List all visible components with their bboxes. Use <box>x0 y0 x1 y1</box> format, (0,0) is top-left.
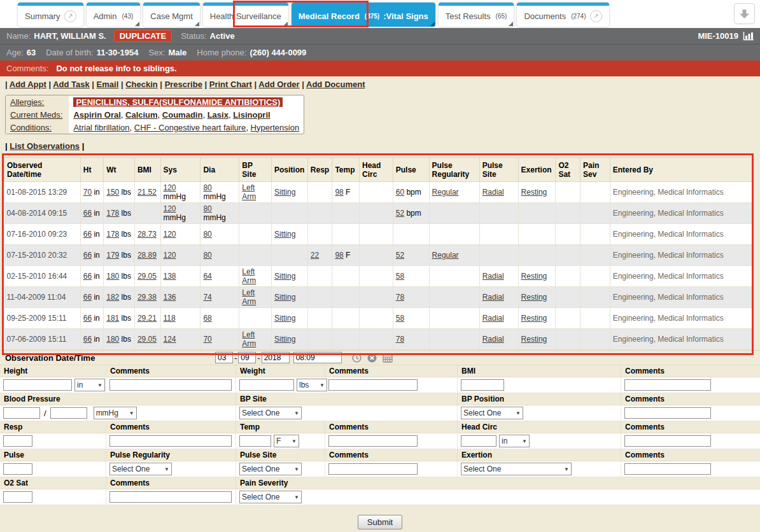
vital-value-link[interactable]: 124 <box>164 335 176 344</box>
vital-value-link[interactable]: Radial <box>482 314 504 323</box>
vital-value-link[interactable]: 138 <box>164 272 176 281</box>
vital-value-link[interactable]: 70 <box>83 188 92 197</box>
pulse-comments-input[interactable] <box>328 463 418 475</box>
pulse-regularity-select[interactable]: Select One <box>110 463 171 475</box>
vital-value-link[interactable]: 22 <box>311 251 319 260</box>
current-meds-label-link[interactable]: Current Meds: <box>10 110 62 120</box>
vital-value-link[interactable]: 66 <box>83 314 92 323</box>
current-med-link[interactable]: Coumadin <box>162 110 203 120</box>
vital-value-link[interactable]: Resting <box>521 272 547 281</box>
tab-medical-record[interactable]: Medical Record (375) :Vital Signs <box>292 3 435 27</box>
vital-value-link[interactable]: 80 <box>203 251 211 260</box>
vital-value-link[interactable]: 64 <box>203 272 211 281</box>
vital-value-link[interactable]: 52 <box>396 209 404 218</box>
vital-value-link[interactable]: 66 <box>83 293 92 302</box>
pulse-site-select[interactable]: Select One <box>240 463 301 475</box>
vital-value-link[interactable]: 180 <box>106 335 119 344</box>
action-link-prescribe[interactable]: Prescribe <box>165 80 202 89</box>
head-circ-comments-input[interactable] <box>624 435 711 447</box>
vital-value-link[interactable]: Left Arm <box>242 267 256 285</box>
allergy-link[interactable]: PENICILLINS, SULFA(SULFONAMIDE ANTIBIOTI… <box>73 97 283 107</box>
bmi-comments-input[interactable] <box>624 379 711 391</box>
temp-unit-select[interactable]: F <box>274 435 299 447</box>
bp-site-select[interactable]: Select One <box>240 407 301 419</box>
pulse-input[interactable] <box>3 463 32 475</box>
conditions-label-link[interactable]: Conditions: <box>10 123 52 132</box>
action-link-add-task[interactable]: Add Task <box>53 80 90 89</box>
vital-value-link[interactable]: 66 <box>83 272 92 281</box>
exertion-select[interactable]: Select One <box>461 463 571 475</box>
vital-value-link[interactable]: Sitting <box>274 188 295 197</box>
resp-comments-input[interactable] <box>109 435 232 447</box>
tab-documents[interactable]: Documents (274) ↗ <box>517 3 609 27</box>
chart-icon[interactable] <box>743 32 754 41</box>
vital-value-link[interactable]: 80 <box>203 230 211 239</box>
vital-value-link[interactable]: 74 <box>203 293 211 302</box>
vital-value-link[interactable]: Left Arm <box>242 330 256 348</box>
o2-sat-comments-input[interactable] <box>109 491 232 503</box>
action-link-print-chart[interactable]: Print Chart <box>209 80 252 89</box>
vital-value-link[interactable]: 66 <box>83 209 92 218</box>
open-new-window-icon[interactable]: ↗ <box>64 10 76 22</box>
submit-button[interactable]: Submit <box>358 515 402 529</box>
bp-comments-input[interactable] <box>624 407 711 419</box>
vital-value-link[interactable]: 66 <box>83 230 92 239</box>
clock-icon[interactable] <box>352 353 362 363</box>
vital-value-link[interactable]: 118 <box>164 314 176 323</box>
vital-value-link[interactable]: 28.73 <box>137 230 157 239</box>
date-day-input[interactable] <box>238 352 256 363</box>
vital-value-link[interactable]: Regular <box>432 251 459 260</box>
download-button[interactable] <box>734 3 755 24</box>
date-year-input[interactable] <box>262 352 290 363</box>
condition-link[interactable]: CHF - Congestive heart failure <box>134 123 246 132</box>
current-med-link[interactable]: Lisinopril <box>233 110 271 120</box>
date-month-input[interactable] <box>215 352 233 363</box>
vital-value-link[interactable]: 66 <box>83 251 92 260</box>
vital-value-link[interactable]: 58 <box>396 272 404 281</box>
vital-value-link[interactable]: 80 <box>203 183 211 192</box>
head-circ-unit-select[interactable]: in <box>500 435 529 447</box>
vital-value-link[interactable]: 182 <box>106 293 119 302</box>
vital-value-link[interactable]: 78 <box>396 335 404 344</box>
vital-value-link[interactable]: 28.89 <box>137 251 157 260</box>
temp-comments-input[interactable] <box>328 435 418 447</box>
vital-value-link[interactable]: Sitting <box>274 293 295 302</box>
bmi-input[interactable] <box>461 379 504 391</box>
tab-case-mgmt[interactable]: Case Mgmt <box>143 3 199 27</box>
vital-value-link[interactable]: 29.05 <box>137 272 157 281</box>
action-link-add-appt[interactable]: Add Appt <box>10 80 46 89</box>
temp-input[interactable] <box>239 435 271 447</box>
vital-value-link[interactable]: 58 <box>396 314 404 323</box>
condition-link[interactable]: Atrial fibrillation <box>73 123 129 132</box>
list-observations-link[interactable]: List Observations <box>10 141 80 151</box>
vital-value-link[interactable]: Sitting <box>274 230 295 239</box>
tab-summary[interactable]: Summary ↗ <box>18 3 83 27</box>
vital-value-link[interactable]: Left Arm <box>242 183 256 201</box>
vital-value-link[interactable]: Regular <box>432 188 459 197</box>
current-med-link[interactable]: Aspirin Oral <box>73 110 120 120</box>
height-unit-select[interactable]: in <box>75 379 104 391</box>
vital-value-link[interactable]: Sitting <box>274 314 295 323</box>
vital-value-link[interactable]: Resting <box>521 335 547 344</box>
vital-value-link[interactable]: 136 <box>164 293 176 302</box>
vital-value-link[interactable]: 29.21 <box>137 314 157 323</box>
action-link-add-document[interactable]: Add Document <box>306 80 365 89</box>
height-comments-input[interactable] <box>109 379 232 391</box>
vital-value-link[interactable]: Left Arm <box>242 288 256 306</box>
vital-value-link[interactable]: Resting <box>521 293 547 302</box>
vital-value-link[interactable]: Sitting <box>274 272 295 281</box>
action-link-checkin[interactable]: Checkin <box>125 80 158 89</box>
time-input[interactable] <box>293 352 342 363</box>
action-link-email[interactable]: Email <box>97 80 119 89</box>
calendar-icon[interactable] <box>383 353 393 363</box>
bp-diastolic-input[interactable] <box>50 407 87 419</box>
vital-value-link[interactable]: 178 <box>106 230 119 239</box>
vital-value-link[interactable]: 120 <box>164 204 176 213</box>
vital-value-link[interactable]: Sitting <box>274 335 295 344</box>
vital-value-link[interactable]: 150 <box>106 188 119 197</box>
clear-icon[interactable] <box>367 353 377 363</box>
vital-value-link[interactable]: Radial <box>482 335 504 344</box>
tab-health-surveillance[interactable]: Health Surveillance <box>203 3 288 27</box>
weight-comments-input[interactable] <box>328 379 418 391</box>
tab-admin[interactable]: Admin (43) <box>87 3 141 27</box>
